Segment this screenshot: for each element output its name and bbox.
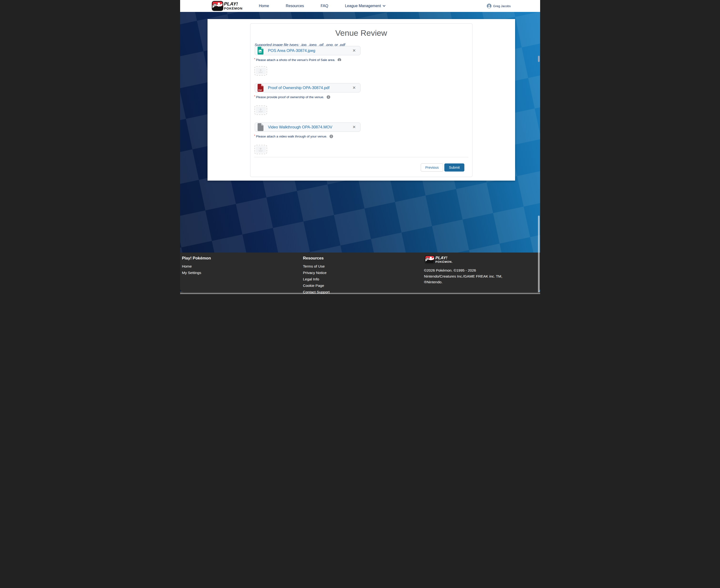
footer-column-play-pokemon: Play! Pokémon Home My Settings: [182, 256, 211, 277]
logo-text-play: PLAY!: [224, 1, 238, 6]
footer: Play! Pokémon Home My Settings Resources…: [180, 253, 540, 292]
required-asterisk: *: [254, 134, 255, 138]
upload-icon: [258, 69, 263, 73]
requirement-caption: * Please attach a photo of the venue's P…: [254, 58, 468, 61]
top-navigation: PLAY! POKÉMON Home Resources FAQ League …: [180, 0, 540, 12]
nav-item-league-management-label: League Management: [345, 4, 381, 8]
file-link[interactable]: Video Walkthrough OPA-30874.MOV: [268, 125, 352, 129]
nav-item-faq[interactable]: FAQ: [321, 4, 328, 8]
remove-file-button[interactable]: ✕: [352, 125, 357, 130]
upload-icon: [258, 108, 263, 112]
previous-button[interactable]: Previous: [421, 164, 443, 171]
venue-review-card: Venue Review Supported image file types:…: [250, 23, 472, 177]
chevron-down-icon: [383, 5, 385, 7]
info-icon[interactable]: [330, 134, 333, 138]
nav-item-resources[interactable]: Resources: [286, 4, 304, 8]
remove-file-button[interactable]: ✕: [352, 48, 357, 53]
info-icon[interactable]: [327, 95, 330, 99]
upload-button[interactable]: [256, 107, 266, 114]
upload-button[interactable]: [256, 146, 266, 153]
nav-item-league-management[interactable]: League Management: [345, 4, 385, 8]
nav-item-home[interactable]: Home: [259, 4, 269, 8]
attachment-card-proof-of-ownership: PDF Proof of Ownership OPA-30874.pdf ✕: [255, 83, 360, 92]
info-icon[interactable]: [338, 58, 341, 61]
footer-link-terms-of-use[interactable]: Terms of Use: [303, 264, 330, 269]
footer-link-legal-info[interactable]: Legal Info: [303, 277, 330, 281]
file-link[interactable]: POS Area OPA-30874.jpeg: [268, 48, 352, 53]
footer-heading: Play! Pokémon: [182, 256, 211, 261]
upload-dropzone[interactable]: [254, 66, 267, 76]
requirement-caption: * Please provide proof of ownership of t…: [254, 95, 468, 99]
page-scrollbar-thumb[interactable]: [538, 216, 539, 292]
remove-file-button[interactable]: ✕: [352, 85, 357, 90]
footer-link-home[interactable]: Home: [182, 264, 211, 269]
required-asterisk: *: [254, 94, 255, 98]
image-file-icon: [257, 46, 264, 55]
nav-item-faq-label: FAQ: [321, 4, 328, 8]
main-menu: Home Resources FAQ League Management: [259, 4, 385, 8]
play-pokemon-logo[interactable]: PLAY! POKÉMON: [212, 1, 248, 11]
copyright-text: ©2026 Pokémon. ©1995 - 2026 Nintendo/Cre…: [424, 268, 503, 285]
pdf-icon-label: PDF: [258, 89, 262, 91]
copyright-line-1: ©2026 Pokémon. ©1995 - 2026: [424, 268, 503, 274]
play-pokemon-logo-icon: PLAY! POKÉMON: [212, 1, 248, 11]
file-link[interactable]: Proof of Ownership OPA-30874.pdf: [268, 86, 352, 90]
attachment-card-video-walkthrough: Video Walkthrough OPA-30874.MOV ✕: [255, 123, 360, 132]
footer-heading: Resources: [303, 256, 330, 261]
footer-column-resources: Resources Terms of Use Privacy Notice Le…: [303, 256, 330, 294]
nav-item-resources-label: Resources: [286, 4, 304, 8]
footer-link-cookie-page[interactable]: Cookie Page: [303, 284, 330, 288]
footer-play-pokemon-logo: PLAY! POKÉMON.: [424, 255, 460, 264]
footer-logo-text-pokemon: POKÉMON.: [435, 260, 453, 264]
copyright-line-3: ®Nintendo.: [424, 279, 503, 285]
nav-item-home-label: Home: [259, 4, 269, 8]
footer-link-contact-support[interactable]: Contact Support: [303, 290, 330, 294]
upload-dropzone[interactable]: [254, 106, 267, 115]
logo-text-pokemon: POKÉMON: [224, 7, 242, 10]
requirement-caption: * Please attach a video walk through of …: [254, 134, 468, 138]
upload-dropzone[interactable]: [254, 145, 267, 154]
page-title: Venue Review: [250, 28, 472, 38]
footer-link-privacy-notice[interactable]: Privacy Notice: [303, 271, 330, 275]
requirement-text: Please attach a photo of the venue's Poi…: [256, 58, 336, 61]
inner-scrollbar-thumb[interactable]: [538, 56, 539, 62]
footer-link-my-settings[interactable]: My Settings: [182, 271, 211, 275]
copyright-line-2: Nintendo/Creatures Inc./GAME FREAK inc. …: [424, 274, 503, 279]
footer-logo-text-play: PLAY!: [435, 256, 447, 260]
requirement-text: Please attach a video walk through of yo…: [256, 134, 327, 138]
avatar-icon: [487, 4, 491, 8]
pdf-file-icon: PDF: [257, 84, 264, 92]
form-actions: Previous Submit: [421, 164, 464, 171]
page: PLAY! POKÉMON Home Resources FAQ League …: [180, 0, 540, 294]
generic-file-icon: [257, 123, 264, 131]
submit-button[interactable]: Submit: [444, 164, 464, 171]
upload-icon: [258, 147, 263, 152]
required-asterisk: *: [254, 58, 255, 61]
user-name: Greg Jacobs: [493, 4, 511, 8]
requirement-text: Please provide proof of ownership of the…: [256, 95, 324, 99]
upload-button[interactable]: [256, 67, 266, 74]
footer-column-legal: PLAY! POKÉMON. ©2026 Pokémon. ©1995 - 20…: [424, 255, 503, 285]
user-menu[interactable]: Greg Jacobs: [487, 4, 511, 8]
bottom-edge-line: [180, 293, 540, 294]
content-panel: Venue Review Supported image file types:…: [208, 19, 515, 181]
attachment-card-pos-area: POS Area OPA-30874.jpeg ✕: [255, 46, 360, 55]
